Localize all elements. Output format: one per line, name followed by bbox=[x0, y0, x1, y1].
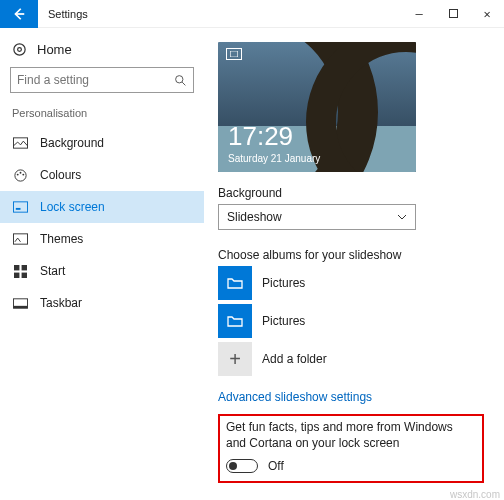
add-folder-button[interactable]: + Add a folder bbox=[218, 342, 494, 376]
titlebar: Settings — ✕ bbox=[0, 0, 504, 28]
fullscreen-icon[interactable] bbox=[226, 48, 242, 60]
funfacts-toggle[interactable]: Off bbox=[226, 459, 476, 473]
group-header: Personalisation bbox=[12, 107, 194, 119]
home-button[interactable]: Home bbox=[10, 38, 194, 67]
sidebar-item-label: Lock screen bbox=[40, 200, 105, 214]
sidebar-item-lockscreen[interactable]: Lock screen bbox=[0, 191, 204, 223]
palette-icon bbox=[12, 167, 28, 183]
album-label: Pictures bbox=[262, 314, 305, 328]
add-folder-label: Add a folder bbox=[262, 352, 327, 366]
svg-rect-15 bbox=[21, 272, 26, 277]
home-label: Home bbox=[37, 42, 72, 57]
arrow-left-icon bbox=[12, 7, 26, 21]
themes-icon bbox=[12, 231, 28, 247]
window-title: Settings bbox=[38, 8, 402, 20]
sidebar-item-label: Themes bbox=[40, 232, 83, 246]
sidebar-item-label: Taskbar bbox=[40, 296, 82, 310]
lockscreen-preview: 17:29 Saturday 21 January bbox=[218, 42, 416, 172]
search-input[interactable] bbox=[17, 73, 174, 87]
sidebar-item-themes[interactable]: Themes bbox=[0, 223, 204, 255]
preview-time: 17:29 bbox=[228, 121, 293, 152]
start-icon bbox=[12, 263, 28, 279]
sidebar-item-taskbar[interactable]: Taskbar bbox=[0, 287, 204, 319]
folder-icon bbox=[218, 304, 252, 338]
album-item[interactable]: Pictures bbox=[218, 266, 494, 300]
sidebar-item-background[interactable]: Background bbox=[0, 127, 204, 159]
svg-rect-18 bbox=[230, 51, 238, 57]
svg-line-3 bbox=[182, 82, 185, 85]
content: 17:29 Saturday 21 January Background Sli… bbox=[204, 28, 504, 500]
gear-icon bbox=[12, 42, 27, 57]
sidebar-item-colours[interactable]: Colours bbox=[0, 159, 204, 191]
sidebar-item-start[interactable]: Start bbox=[0, 255, 204, 287]
svg-point-6 bbox=[16, 173, 18, 175]
back-button[interactable] bbox=[0, 0, 38, 28]
picture-icon bbox=[12, 135, 28, 151]
background-select[interactable]: Slideshow bbox=[218, 204, 416, 230]
svg-point-8 bbox=[22, 173, 24, 175]
search-box[interactable] bbox=[10, 67, 194, 93]
taskbar-icon bbox=[12, 295, 28, 311]
toggle-switch[interactable] bbox=[226, 459, 258, 473]
plus-icon: + bbox=[218, 342, 252, 376]
folder-icon bbox=[218, 266, 252, 300]
maximize-button[interactable] bbox=[436, 0, 470, 28]
svg-point-1 bbox=[18, 48, 22, 52]
svg-point-5 bbox=[14, 169, 25, 180]
svg-rect-11 bbox=[13, 234, 27, 244]
close-button[interactable]: ✕ bbox=[470, 0, 504, 28]
sidebar-item-label: Background bbox=[40, 136, 104, 150]
svg-rect-10 bbox=[15, 208, 20, 210]
background-label: Background bbox=[218, 186, 494, 200]
sidebar-item-label: Colours bbox=[40, 168, 81, 182]
preview-date: Saturday 21 January bbox=[228, 153, 320, 164]
minimize-icon: — bbox=[415, 7, 422, 21]
search-icon bbox=[174, 74, 187, 87]
albums-label: Choose albums for your slideshow bbox=[218, 248, 494, 262]
background-value: Slideshow bbox=[227, 210, 282, 224]
chevron-down-icon bbox=[397, 214, 407, 220]
lockscreen-icon bbox=[12, 199, 28, 215]
advanced-settings-link[interactable]: Advanced slideshow settings bbox=[218, 390, 494, 404]
album-item[interactable]: Pictures bbox=[218, 304, 494, 338]
body: Home Personalisation Background Colours … bbox=[0, 28, 504, 500]
watermark: wsxdn.com bbox=[450, 489, 500, 500]
maximize-icon bbox=[449, 9, 458, 18]
svg-rect-13 bbox=[21, 265, 26, 270]
svg-point-2 bbox=[176, 75, 183, 82]
svg-rect-14 bbox=[14, 272, 19, 277]
svg-point-7 bbox=[19, 171, 21, 173]
svg-point-0 bbox=[14, 44, 25, 55]
highlight-box: Get fun facts, tips and more from Window… bbox=[218, 414, 484, 483]
close-icon: ✕ bbox=[483, 7, 490, 21]
sidebar-item-label: Start bbox=[40, 264, 65, 278]
svg-rect-12 bbox=[14, 265, 19, 270]
minimize-button[interactable]: — bbox=[402, 0, 436, 28]
sidebar: Home Personalisation Background Colours … bbox=[0, 28, 204, 500]
svg-rect-17 bbox=[13, 305, 27, 307]
svg-rect-9 bbox=[13, 202, 27, 212]
toggle-value: Off bbox=[268, 459, 284, 473]
album-label: Pictures bbox=[262, 276, 305, 290]
funfacts-label: Get fun facts, tips and more from Window… bbox=[226, 420, 476, 451]
